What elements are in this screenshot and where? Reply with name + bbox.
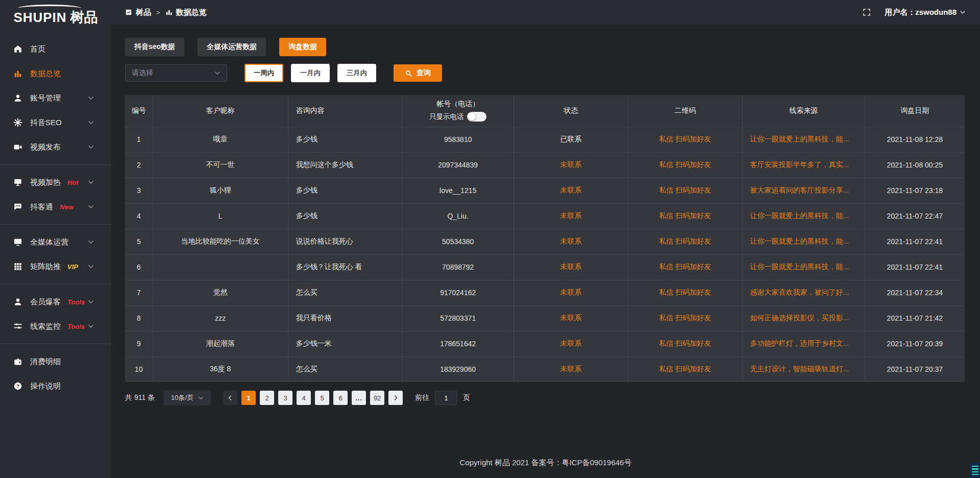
page-unit-label: 页 [463, 393, 470, 402]
sidebar-item-label: 全媒体运营 [30, 237, 68, 247]
breadcrumb-separator: > [156, 9, 160, 16]
cell-source[interactable]: 让你一眼就爱上的黑科技，能... [742, 127, 865, 152]
logo[interactable]: SHUPIN 树品 [0, 4, 111, 31]
table-row: 7觉然怎么买917024162未联系私信 扫码加好友感谢大家喜欢我家，被问了好.… [125, 280, 965, 305]
cell-source[interactable]: 无主灯设计，智能磁吸轨道灯... [742, 356, 865, 382]
menu-divider [0, 164, 111, 165]
cell-status: 未联系 [514, 305, 628, 331]
cell-account: 178651642 [402, 331, 514, 356]
user-menu[interactable]: 用户名：zswodun88 [885, 8, 966, 17]
cell-source[interactable]: 被大家追着问的客厅投影分享... [742, 178, 865, 203]
fullscreen-icon[interactable] [863, 8, 871, 16]
sidebar-item-douyin-seo[interactable]: 抖音SEO [0, 110, 111, 135]
cell-content: 多少钱？让我死心 看 [288, 254, 402, 280]
cell-qrcode[interactable]: 私信 扫码加好友 [628, 254, 742, 280]
cell-date: 2021-11-07 22:41 [865, 254, 965, 280]
cell-qrcode[interactable]: 私信 扫码加好友 [628, 280, 742, 305]
sidebar-item-label: 抖音SEO [30, 118, 62, 128]
sidebar-item-member-baoke[interactable]: 会员爆客Tools [0, 290, 111, 314]
cell-content: 怎么买 [288, 356, 402, 382]
page-button-4[interactable]: 4 [297, 391, 311, 405]
next-page-button[interactable] [388, 391, 403, 405]
cell-status: 未联系 [514, 280, 628, 305]
tab-2[interactable]: 全媒体运营数据 [198, 38, 266, 56]
cell-nickname: zzz [153, 305, 288, 331]
cell-source[interactable]: 多功能护栏灯，适用于乡村文... [742, 331, 865, 356]
sidebar-item-consume-detail[interactable]: 消费明细 [0, 349, 111, 374]
sidebar-item-media-operation[interactable]: 全媒体运营 [0, 230, 111, 254]
breadcrumb-root[interactable]: 树品 [136, 8, 151, 17]
page-button-6[interactable]: 6 [333, 391, 348, 405]
cell-date: 2021-11-08 12:28 [865, 127, 965, 152]
sidebar-item-label: 视频加热 [30, 178, 61, 187]
cell-qrcode[interactable]: 私信 扫码加好友 [628, 203, 742, 229]
table-row: 1哦章多少钱9583810已联系私信 扫码加好友让你一眼就爱上的黑科技，能...… [125, 127, 965, 152]
tab-1[interactable]: 抖音seo数据 [125, 38, 184, 56]
col-account: 帐号（电话） 只显示电话 [402, 95, 514, 127]
cell-source[interactable]: 让你一眼就爱上的黑科技，能... [742, 254, 865, 280]
cell-status: 已联系 [514, 127, 628, 152]
sidebar-item-label: 操作说明 [30, 381, 61, 391]
filter-select[interactable]: 请选择 [125, 64, 227, 82]
sidebar-item-video-heat[interactable]: 视频加热Hot [0, 170, 111, 195]
sidebar-item-label: 视频发布 [30, 142, 61, 152]
chevron-down-icon [86, 299, 96, 305]
col-date: 询盘日期 [865, 95, 965, 127]
col-account-label: 帐号（电话） [402, 100, 513, 109]
col-nickname: 客户昵称 [153, 95, 288, 127]
cell-account: love__1215 [402, 178, 514, 203]
chevron-down-icon [86, 264, 96, 270]
page-button-5[interactable]: 5 [315, 391, 329, 405]
sidebar-item-home[interactable]: 首页 [0, 37, 111, 61]
phone-only-toggle[interactable] [467, 112, 486, 122]
cell-qrcode[interactable]: 私信 扫码加好友 [628, 305, 742, 331]
page-button-3[interactable]: 3 [278, 391, 292, 405]
copyright-text: Copyright 树品 2021 备案号：粤ICP备09019646号 [460, 458, 632, 467]
floating-widget[interactable] [970, 462, 980, 478]
page-ellipsis-button[interactable]: ... [352, 391, 366, 405]
page-button-1[interactable]: 1 [241, 391, 256, 405]
sidebar-item-douketong[interactable]: 抖客通New [0, 195, 111, 219]
sidebar-item-video-publish[interactable]: 视频发布 [0, 135, 111, 159]
cell-qrcode[interactable]: 私信 扫码加好友 [628, 152, 742, 178]
goto-page-input[interactable] [435, 391, 457, 405]
range-button-3[interactable]: 三月内 [337, 64, 376, 82]
cell-nickname: 不可一世 [153, 152, 288, 178]
cell-index: 4 [125, 203, 153, 229]
sidebar-item-operation-guide[interactable]: ?操作说明 [0, 374, 111, 398]
sidebar-item-data-overview[interactable]: 数据总览 [0, 61, 111, 86]
cell-qrcode[interactable]: 私信 扫码加好友 [628, 331, 742, 356]
cell-date: 2021-11-07 20:37 [865, 356, 965, 382]
cell-source[interactable]: 客厅安装投影半年多了，真实... [742, 152, 865, 178]
cell-source[interactable]: 感谢大家喜欢我家，被问了好... [742, 280, 865, 305]
grid-icon [13, 262, 23, 271]
query-button[interactable]: 查询 [394, 64, 442, 82]
col-status: 状态 [514, 95, 628, 127]
cell-index: 10 [125, 356, 153, 382]
cell-qrcode[interactable]: 私信 扫码加好友 [628, 127, 742, 152]
table-row: 4L多少钱Q_Liu.未联系私信 扫码加好友让你一眼就爱上的黑科技，能...20… [125, 203, 965, 229]
cell-qrcode[interactable]: 私信 扫码加好友 [628, 178, 742, 203]
page-button-2[interactable]: 2 [260, 391, 274, 405]
range-button-1[interactable]: 一周内 [244, 64, 283, 82]
sidebar-item-badge: New [60, 203, 74, 211]
per-page-select[interactable]: 10条/页 [164, 390, 211, 405]
page-button-92[interactable]: 92 [370, 391, 384, 405]
cell-content: 我想问这个多少钱 [288, 152, 402, 178]
chevron-down-icon [86, 179, 96, 185]
prev-page-button[interactable] [223, 391, 237, 405]
cell-content: 说说价格让我死心 [288, 229, 402, 254]
tab-3[interactable]: 询盘数据 [279, 38, 326, 56]
cell-account: 9583810 [402, 127, 514, 152]
cell-source[interactable]: 让你一眼就爱上的黑科技，能... [742, 229, 865, 254]
cell-status: 未联系 [514, 356, 628, 382]
cell-qrcode[interactable]: 私信 扫码加好友 [628, 229, 742, 254]
sidebar-item-account-management[interactable]: 账号管理 [0, 86, 111, 110]
cell-qrcode[interactable]: 私信 扫码加好友 [628, 356, 742, 382]
sidebar-item-lead-monitor[interactable]: 线索监控Tools [0, 314, 111, 339]
sidebar-item-matrix-boost[interactable]: 矩阵助推VIP [0, 254, 111, 279]
cell-source[interactable]: 让你一眼就爱上的黑科技，能... [742, 203, 865, 229]
cell-source[interactable]: 如何正确选择投影仪，买投影... [742, 305, 865, 331]
cell-account: 917024162 [402, 280, 514, 305]
range-button-2[interactable]: 一月内 [291, 64, 330, 82]
